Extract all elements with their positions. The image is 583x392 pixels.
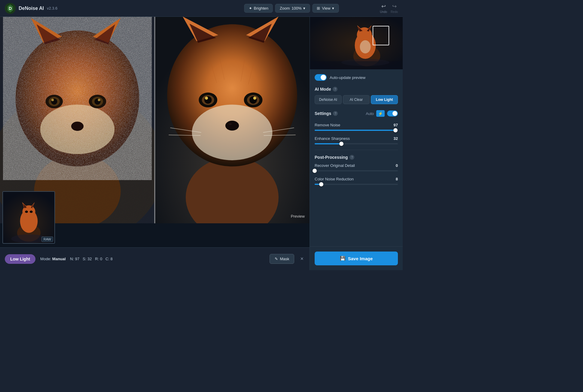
noise-stat-label: N: <box>70 257 74 261</box>
mode-label: Mode: <box>40 257 51 261</box>
save-label: Save Image <box>348 256 373 261</box>
color-stat-label: C: <box>105 257 109 261</box>
recover-detail-value: 0 <box>389 163 398 168</box>
view-button[interactable]: ⊞ View ▾ <box>312 4 339 13</box>
svg-text:D: D <box>9 6 12 11</box>
redo-label: Redo <box>391 10 398 14</box>
mode-value: Manual <box>52 257 66 261</box>
sharpness-stat-label: S: <box>83 257 86 261</box>
zoom-label: Zoom <box>280 6 290 11</box>
color-noise-thumb[interactable] <box>319 182 323 186</box>
app-version: v2.3.6 <box>47 6 57 11</box>
bottom-bar: Low Light Mode: Manual N: 97 S: 32 R: 0 … <box>0 247 310 270</box>
ai-clear-button[interactable]: AI Clear <box>343 95 370 104</box>
color-noise-label: Color Noise Reduction <box>315 177 354 181</box>
mode-info: Mode: Manual N: 97 S: 32 R: 0 C: 8 <box>40 257 113 261</box>
enhance-sharpness-fill <box>315 143 341 144</box>
enhance-sharpness-label: Enhance Sharpness <box>315 136 350 141</box>
zoom-button[interactable]: Zoom 100% ▾ <box>275 4 310 13</box>
enhance-sharpness-section: Enhance Sharpness 32 <box>315 136 398 144</box>
settings-title: Settings <box>315 111 331 116</box>
selection-box <box>373 26 389 45</box>
header-center-controls: ✦ Brighten Zoom 100% ▾ ⊞ View ▾ <box>244 4 339 13</box>
mode-badge[interactable]: Low Light <box>5 254 35 264</box>
recover-stat-value: 0 <box>100 257 102 261</box>
brighten-label: Brighten <box>254 6 268 11</box>
mask-btn-label: Mask <box>280 257 289 261</box>
post-processing-section: Post-Processing ? Recover Original Detai… <box>315 155 398 185</box>
view-grid-icon: ⊞ <box>317 6 320 11</box>
color-noise-header: Color Noise Reduction 8 <box>315 177 398 181</box>
settings-section-header: Settings ? <box>315 111 338 116</box>
auto-update-label: Auto-update preview <box>330 75 365 80</box>
undo-button[interactable]: ↩ Undo <box>380 3 387 14</box>
redo-icon: ↪ <box>392 3 397 10</box>
after-fox-svg <box>155 17 310 223</box>
post-processing-help-icon[interactable]: ? <box>349 155 354 160</box>
right-panel: Auto-update preview AI Mode ? DeNoise AI… <box>310 17 403 270</box>
post-processing-title: Post-Processing <box>315 155 348 160</box>
view-chevron-icon: ▾ <box>332 6 334 11</box>
remove-noise-section: Remove Noise 97 <box>315 123 398 131</box>
recover-detail-thumb[interactable] <box>313 169 317 173</box>
svg-point-68 <box>341 59 389 66</box>
svg-point-66 <box>360 40 371 53</box>
header: D DeNoise AI v2.3.6 ✦ Brighten Zoom 100%… <box>0 0 403 17</box>
settings-right: Auto ⚡ <box>366 110 398 117</box>
svg-point-55 <box>25 211 28 213</box>
panel-controls: Auto-update preview AI Mode ? DeNoise AI… <box>310 69 403 246</box>
remove-noise-fill <box>315 130 395 131</box>
app-title: DeNoise AI <box>19 6 44 11</box>
color-noise-track[interactable] <box>315 184 398 185</box>
enhance-sharpness-track[interactable] <box>315 143 398 144</box>
enhance-sharpness-thumb[interactable] <box>339 142 343 146</box>
thumbnail-fox-svg <box>3 192 54 243</box>
image-area[interactable]: Preview Low Light Mode: Manual N: 97 S: … <box>0 17 310 270</box>
auto-update-toggle[interactable] <box>315 74 327 81</box>
mode-text: Mode: Manual N: 97 S: 32 R: 0 C: 8 <box>40 257 113 261</box>
main-content: Preview Low Light Mode: Manual N: 97 S: … <box>0 17 403 270</box>
save-image-button[interactable]: 💾 Save Image <box>315 252 398 265</box>
enhance-sharpness-header: Enhance Sharpness 32 <box>315 136 398 141</box>
ai-mode-help-icon[interactable]: ? <box>333 87 337 92</box>
recover-detail-label: Recover Original Detail <box>315 163 355 168</box>
remove-noise-track[interactable] <box>315 130 398 131</box>
redo-button[interactable]: ↪ Redo <box>391 3 398 14</box>
zoom-chevron-icon: ▾ <box>303 6 305 11</box>
logo-area: D DeNoise AI v2.3.6 <box>5 3 57 14</box>
svg-point-42 <box>229 123 232 125</box>
settings-help-icon[interactable]: ? <box>333 111 338 116</box>
lightning-button[interactable]: ⚡ <box>376 110 385 117</box>
raw-badge: RAW <box>41 237 53 242</box>
low-light-button[interactable]: Low Light <box>371 95 398 104</box>
section-divider <box>315 150 398 150</box>
mini-preview <box>310 17 403 69</box>
recover-detail-section: Recover Original Detail 0 <box>315 163 398 171</box>
mask-button[interactable]: ✎ Mask <box>270 254 294 264</box>
ai-mode-title: AI Mode <box>315 87 331 92</box>
remove-noise-thumb[interactable] <box>393 128 398 132</box>
mask-pencil-icon: ✎ <box>275 257 278 261</box>
sharpness-stat-value: 32 <box>87 257 92 261</box>
ai-mode-buttons: DeNoise AI AI Clear Low Light <box>315 95 398 104</box>
settings-toggle[interactable] <box>387 110 398 116</box>
preview-label: Preview <box>291 214 305 219</box>
close-button[interactable]: × <box>299 255 305 263</box>
brighten-button[interactable]: ✦ Brighten <box>244 4 273 13</box>
color-noise-value: 8 <box>389 177 398 181</box>
header-actions: ↩ Undo ↪ Redo <box>380 3 398 14</box>
denoise-ai-button[interactable]: DeNoise AI <box>315 95 342 104</box>
recover-detail-header: Recover Original Detail 0 <box>315 163 398 168</box>
color-noise-section: Color Noise Reduction 8 <box>315 177 398 185</box>
remove-noise-label: Remove Noise <box>315 123 340 127</box>
svg-point-40 <box>253 97 256 100</box>
thumbnail-image: RAW <box>3 192 54 243</box>
recover-detail-track[interactable] <box>315 170 398 171</box>
ai-mode-header: AI Mode ? <box>315 87 398 92</box>
settings-row: Settings ? Auto ⚡ <box>315 110 398 117</box>
remove-noise-value: 97 <box>389 123 398 127</box>
undo-label: Undo <box>380 10 387 14</box>
enhance-sharpness-value: 32 <box>389 136 398 141</box>
save-icon: 💾 <box>340 256 346 261</box>
auto-label: Auto <box>366 111 374 116</box>
